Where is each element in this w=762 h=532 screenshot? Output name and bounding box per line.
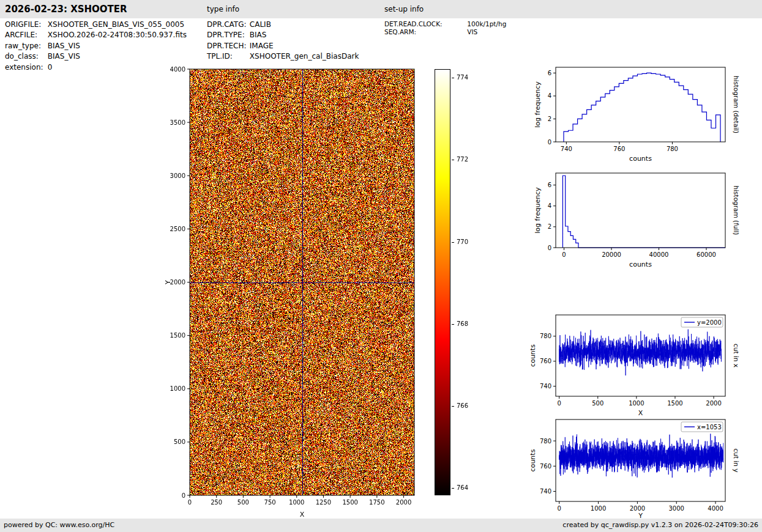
colorbar-tick: [452, 406, 454, 407]
colorbar-tick: [452, 78, 454, 78]
hist_full-y-ticks: 0246: [548, 182, 556, 251]
svg-text:0: 0: [182, 492, 185, 499]
cut_y-right-label: cut in y: [733, 448, 740, 472]
svg-text:1000: 1000: [170, 385, 185, 392]
svg-text:500: 500: [174, 438, 185, 445]
info-row-seq-arm: SEQ.ARM: VIS: [384, 28, 506, 36]
info-label: ARCFILE:: [5, 30, 45, 40]
svg-text:2000: 2000: [630, 505, 645, 512]
svg-text:1500: 1500: [667, 400, 682, 407]
svg-text:1000: 1000: [629, 400, 644, 407]
cut_y-legend: x=1053: [681, 422, 723, 432]
info-label: raw_type:: [5, 41, 45, 51]
svg-text:760: 760: [540, 463, 551, 470]
plot-histogram-detail: 7407607800246countslog frequencyhistogra…: [523, 61, 762, 174]
footer-bar: powered by QC: www.eso.org/HC created by…: [0, 519, 762, 532]
colorbar-tick-label: 770: [457, 238, 468, 246]
type-info-block: DPR.CATG: CALIB DPR.TYPE: BIAS DPR.TECH:…: [207, 20, 359, 62]
colorbar-tick-label: 766: [457, 402, 468, 410]
svg-text:y=2000: y=2000: [697, 319, 722, 326]
svg-text:20000: 20000: [602, 251, 621, 258]
svg-text:0: 0: [548, 245, 551, 251]
svg-text:4000: 4000: [708, 505, 723, 512]
hist_detail-ylabel: log frequency: [534, 81, 542, 128]
svg-text:1750: 1750: [369, 499, 384, 506]
svg-text:780: 780: [667, 146, 678, 152]
colorbar-tick-label: 768: [457, 320, 468, 328]
colorbar-tick: [452, 324, 454, 325]
info-label: DET.READ.CLOCK:: [384, 20, 465, 28]
info-label: DPR.TYPE:: [207, 30, 247, 40]
info-value: XSHOOTER_GEN_BIAS_VIS_055_0005: [48, 20, 184, 29]
info-value: 100k/1pt/hg: [467, 20, 506, 28]
info-row-read-clock: DET.READ.CLOCK: 100k/1pt/hg: [384, 20, 506, 28]
svg-text:500: 500: [237, 499, 249, 506]
colorbar-gradient: [435, 69, 450, 495]
colorbar-tick: [452, 242, 454, 243]
svg-text:60000: 60000: [697, 251, 716, 258]
info-value: BIAS: [250, 31, 267, 39]
svg-text:1000: 1000: [591, 505, 606, 512]
svg-text:500: 500: [592, 400, 603, 407]
info-row-dpr-catg: DPR.CATG: CALIB: [207, 20, 359, 30]
svg-text:0: 0: [188, 499, 192, 506]
svg-text:x=1053: x=1053: [697, 424, 722, 430]
info-row-raw-type: raw_type: BIAS_VIS: [5, 41, 187, 51]
cut_y-y-ticks: 740760780: [540, 438, 556, 495]
cut_x-right-label: cut in x: [733, 344, 740, 368]
svg-text:3500: 3500: [170, 119, 185, 126]
svg-text:6: 6: [548, 70, 551, 76]
svg-text:0: 0: [558, 505, 561, 512]
svg-text:1500: 1500: [342, 499, 357, 506]
type-info-heading: type info: [207, 0, 239, 18]
cut_x-series: [559, 330, 722, 375]
cut_x-ylabel: counts: [529, 344, 537, 367]
setup-info-heading: set-up info: [384, 0, 424, 18]
info-row-origfile: ORIGFILE: XSHOOTER_GEN_BIAS_VIS_055_0005: [5, 20, 187, 30]
colorbar-tick: [452, 488, 454, 489]
svg-text:4: 4: [548, 92, 551, 99]
svg-text:740: 740: [540, 383, 551, 390]
svg-text:780: 780: [540, 438, 551, 445]
info-value: BIAS_VIS: [48, 42, 80, 50]
hist_full-right-label: histogram (full): [733, 186, 740, 235]
svg-text:2000: 2000: [396, 499, 411, 506]
svg-text:0: 0: [548, 139, 551, 146]
svg-text:40000: 40000: [649, 251, 669, 258]
info-value: IMAGE: [250, 42, 274, 50]
colorbar-tick: [452, 160, 454, 160]
svg-text:3000: 3000: [668, 505, 684, 512]
hist_detail-right-label: histogram (detail): [733, 76, 740, 133]
svg-text:6: 6: [548, 182, 551, 188]
hist_detail-y-ticks: 0246: [548, 70, 556, 146]
svg-text:750: 750: [264, 499, 276, 506]
info-value: CALIB: [250, 20, 271, 29]
info-label: SEQ.ARM:: [384, 28, 465, 36]
info-value: XSHOO.2026-02-24T08:30:50.937.fits: [48, 31, 187, 39]
hist_detail-series: [564, 73, 720, 142]
info-label: DPR.CATG:: [207, 20, 247, 30]
hist_detail-x-ticks: 740760780: [561, 142, 678, 152]
footer-created-by: created by qc_rawdisp.py v1.2.3 on 2026-…: [562, 519, 758, 532]
footer-powered-by: powered by QC: www.eso.org/HC: [4, 519, 114, 532]
hist_detail-xlabel: counts: [629, 155, 652, 163]
cut_x-x-ticks: 0500100015002000: [557, 396, 721, 407]
info-value: BIAS_VIS: [48, 52, 80, 61]
hist_detail-frame: [556, 67, 725, 142]
info-label: extension:: [5, 62, 45, 73]
svg-text:2000: 2000: [706, 400, 721, 407]
setup-info-block: DET.READ.CLOCK: 100k/1pt/hg SEQ.ARM: VIS: [384, 20, 506, 35]
svg-text:1000: 1000: [289, 499, 304, 506]
svg-text:2000: 2000: [170, 279, 185, 286]
info-label: do_class:: [5, 51, 45, 62]
colorbar-tick-label: 772: [457, 156, 468, 163]
svg-text:740: 740: [561, 146, 572, 152]
svg-text:1500: 1500: [170, 332, 185, 339]
info-row-dpr-tech: DPR.TECH: IMAGE: [207, 41, 359, 51]
svg-text:4: 4: [548, 202, 551, 209]
cut_y-ylabel: counts: [529, 449, 537, 471]
plot-histogram-full: 02000040000600000246countslog frequencyh…: [523, 167, 762, 280]
raw_image-frame: [190, 69, 414, 495]
info-value: 0: [48, 63, 53, 72]
plot-cut-in-y: 01000200030004000740760780Ycountscut in …: [523, 413, 762, 530]
